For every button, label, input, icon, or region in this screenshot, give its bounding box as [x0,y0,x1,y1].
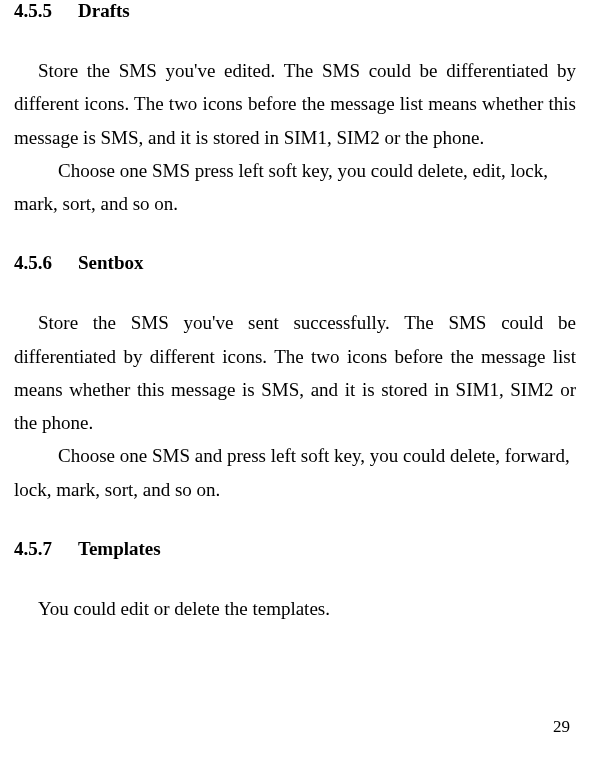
section-title: Drafts [78,0,130,21]
drafts-para1: Store the SMS you've edited. The SMS cou… [14,54,576,154]
section-number: 4.5.5 [14,0,52,22]
section-drafts-body: Store the SMS you've edited. The SMS cou… [14,54,576,220]
page-number: 29 [553,717,570,737]
sentbox-para2: Choose one SMS and press left soft key, … [14,439,576,506]
section-title: Templates [78,538,161,559]
section-sentbox-body: Store the SMS you've sent successfully. … [14,306,576,506]
section-heading-sentbox: 4.5.6Sentbox [14,252,576,274]
section-number: 4.5.7 [14,538,52,560]
section-title: Sentbox [78,252,143,273]
drafts-para2: Choose one SMS press left soft key, you … [14,154,576,221]
section-heading-drafts: 4.5.5Drafts [14,0,576,22]
section-number: 4.5.6 [14,252,52,274]
templates-para1: You could edit or delete the templates. [14,592,576,625]
sentbox-para1: Store the SMS you've sent successfully. … [14,306,576,439]
section-heading-templates: 4.5.7Templates [14,538,576,560]
